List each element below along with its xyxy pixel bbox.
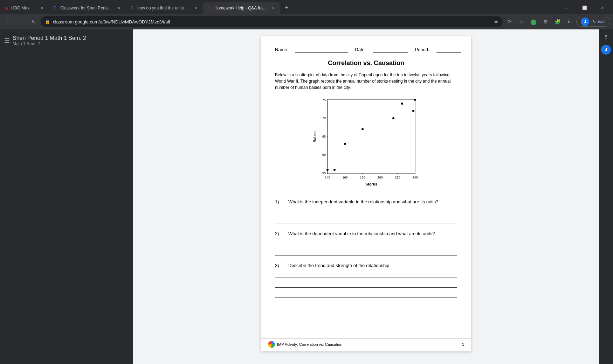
name-underline [295, 47, 348, 52]
tab-classroom-close[interactable]: ✕ [116, 5, 122, 11]
tab-howto[interactable]: ? how do you find the units of a i... ✕ [126, 2, 203, 14]
user-avatar-right[interactable]: J [601, 45, 611, 55]
chart-wrapper: Babies 55 60 65 70 7 [312, 96, 420, 192]
data-point-3 [344, 143, 346, 145]
doc-page: Name: Date: Period: Correlation vs. Caus… [261, 36, 471, 351]
tab-hbo-title: HBO Max [11, 6, 37, 10]
question-3-number: 3) [275, 263, 285, 268]
sidebar-title: Shen Period 1 Math 1 Sem. 2 [13, 35, 86, 41]
chrome-icon[interactable]: ⬤ [528, 16, 539, 27]
extensions-icon[interactable]: ⟳ [504, 16, 515, 27]
date-label: Date: [355, 47, 366, 52]
y-axis-label: Babies [312, 131, 317, 142]
question-1-number: 1) [275, 199, 285, 204]
settings-icon[interactable]: ⚙ [540, 16, 551, 27]
tab-classroom-title: Classwork for Shen Period 1 Ma... [60, 6, 114, 10]
toolbar-icons: ⟳ ☆ ⬤ ⚙ 🧩 ⠿ [504, 16, 575, 27]
question-1-text: What is the independent variable in the … [288, 199, 439, 204]
date-underline [373, 47, 408, 52]
footer-text: IMP Activity: Correlation vs. Causation [277, 342, 342, 346]
star-icon[interactable]: ☆ [516, 16, 527, 27]
question-3-answer-line-3 [275, 290, 457, 298]
footer-logo: IMP Activity: Correlation vs. Causation [268, 341, 342, 348]
question-3: 3) Describe the trend and strength of th… [275, 263, 457, 298]
data-point-8 [414, 99, 416, 101]
question-3-answer-line-2 [275, 281, 457, 288]
svg-text:140: 140 [325, 176, 330, 179]
profile-button[interactable]: J Paused [576, 17, 610, 27]
tab-classroom[interactable]: G Classwork for Shen Period 1 Ma... ✕ [49, 2, 126, 14]
classroom-favicon: G [53, 6, 58, 10]
tab-homework-close[interactable]: ✕ [270, 5, 276, 11]
address-bar[interactable]: 🔒 classroom.google.com/u/0/w/NDUwMDAwODY… [41, 16, 503, 27]
browser-frame: m HBO Max ✕ G Classwork for Shen Period … [0, 0, 613, 364]
sidebar: ☰ Shen Period 1 Math 1 Sem. 2 Math 1 Sem… [0, 29, 133, 364]
forward-button[interactable]: → [15, 16, 27, 27]
profile-label: Paused [591, 19, 606, 24]
hbo-favicon: m [4, 6, 9, 10]
data-point-7 [412, 110, 414, 112]
close-button[interactable]: ✕ [594, 3, 610, 13]
question-1-answer-line-2 [275, 217, 457, 224]
doc-description: Below is a scatterplot of data from the … [275, 72, 457, 91]
right-panel: ⠿ J [599, 29, 613, 364]
question-3-text: Describe the trend and strength of the r… [288, 263, 389, 268]
svg-text:70: 70 [322, 116, 326, 120]
question-3-row: 3) Describe the trend and strength of th… [275, 263, 457, 268]
sidebar-subtitle: Math 1 Sem. 2 [13, 41, 86, 46]
puzzle-icon[interactable]: 🧩 [552, 16, 563, 27]
chart-container: Babies 55 60 65 70 7 [275, 96, 457, 192]
hamburger-icon[interactable]: ☰ [4, 37, 10, 44]
question-2-row: 2) What is the dependent variable in the… [275, 231, 457, 236]
x-axis-label: Storks [365, 182, 377, 186]
question-2-number: 2) [275, 231, 285, 236]
bookmark-icon[interactable]: ★ [494, 19, 498, 24]
sidebar-header: ☰ Shen Period 1 Math 1 Sem. 2 Math 1 Sem… [4, 34, 129, 49]
doc-title: Correlation vs. Causation [275, 59, 457, 67]
svg-text:60: 60 [322, 153, 326, 156]
minimize-button[interactable]: — [559, 3, 575, 13]
howto-favicon: ? [130, 6, 135, 10]
content-row: ☰ Shen Period 1 Math 1 Sem. 2 Math 1 Sem… [0, 29, 613, 364]
question-3-answer-line-1 [275, 271, 457, 278]
svg-text:220: 220 [395, 176, 400, 179]
tab-homework[interactable]: H Homework Help - Q&A from On... ✕ [203, 2, 280, 14]
apps-grid-icon[interactable]: ⠿ [601, 32, 611, 42]
svg-text:240: 240 [412, 176, 418, 179]
question-2: 2) What is the dependent variable in the… [275, 231, 457, 256]
maximize-button[interactable]: ⬜ [577, 3, 593, 13]
period-underline [436, 47, 461, 52]
refresh-button[interactable]: ↻ [28, 16, 39, 27]
doc-header: Name: Date: Period: [275, 47, 457, 52]
svg-text:75: 75 [322, 98, 326, 102]
new-tab-button[interactable]: + [282, 3, 291, 13]
address-bar-right: ★ [494, 19, 498, 24]
scatterplot: Babies 55 60 65 70 7 [312, 96, 420, 191]
tab-howto-close[interactable]: ✕ [193, 5, 199, 11]
svg-rect-0 [328, 100, 415, 173]
tab-hbo-close[interactable]: ✕ [39, 5, 45, 11]
svg-text:200: 200 [377, 176, 383, 179]
svg-text:160: 160 [342, 176, 347, 179]
data-point-5 [392, 117, 394, 119]
grid-icon[interactable]: ⠿ [564, 16, 575, 27]
name-label: Name: [275, 47, 288, 52]
address-bar-row: ← → ↻ 🔒 classroom.google.com/u/0/w/NDUwM… [0, 14, 613, 29]
tab-howto-title: how do you find the units of a i... [137, 6, 191, 10]
tab-hbo[interactable]: m HBO Max ✕ [0, 2, 49, 14]
svg-text:55: 55 [322, 172, 326, 175]
window-controls: — ⬜ ✕ [559, 3, 613, 13]
back-button[interactable]: ← [3, 16, 14, 27]
lock-icon: 🔒 [45, 19, 50, 24]
page-number: 1 [462, 342, 464, 346]
address-text: classroom.google.com/u/0/w/NDUwMDAwODY2M… [53, 19, 170, 24]
avatar: J [581, 18, 589, 26]
doc-viewer[interactable]: Name: Date: Period: Correlation vs. Caus… [133, 29, 599, 364]
question-2-text: What is the dependent variable in the re… [288, 231, 435, 236]
svg-text:65: 65 [322, 135, 326, 138]
period-label: Period: [415, 47, 429, 52]
homework-favicon: H [207, 6, 212, 10]
question-1-row: 1) What is the independent variable in t… [275, 199, 457, 204]
data-point-4 [361, 128, 364, 130]
question-2-answer-line-1 [275, 239, 457, 246]
